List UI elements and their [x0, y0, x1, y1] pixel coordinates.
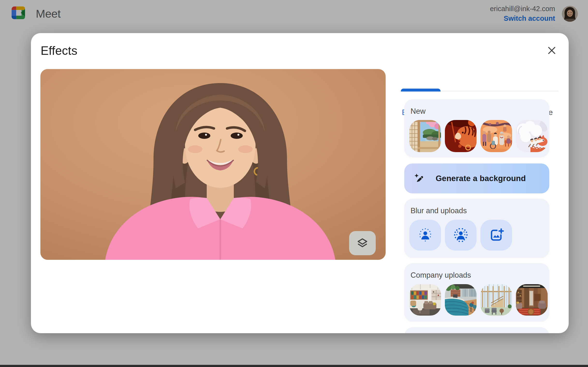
- active-tab-indicator: [401, 89, 441, 92]
- upload-background-button[interactable]: [480, 220, 512, 251]
- section-label-new: New: [411, 107, 425, 116]
- company-thumb-office-lounge[interactable]: [409, 284, 441, 316]
- dialog-title: Effects: [41, 44, 77, 58]
- background-thumb-japanese-garden[interactable]: [409, 120, 441, 152]
- full-blur-icon: [453, 228, 468, 243]
- background-thumb-dragon-boat[interactable]: [516, 120, 548, 152]
- slight-blur-icon: [418, 228, 433, 243]
- background-thumb-community[interactable]: [480, 120, 512, 152]
- company-thumb-wood-panel-room[interactable]: [516, 284, 548, 316]
- company-thumb-cafe-counter[interactable]: [445, 284, 476, 316]
- section-card-blur-uploads: Blur and uploads: [404, 199, 549, 258]
- slight-blur-button[interactable]: [409, 220, 441, 251]
- close-button[interactable]: [545, 43, 559, 58]
- meet-effects-page: Meet ericahill@ink-42.com Switch account…: [0, 0, 588, 367]
- company-thumb-loft-office-stairs[interactable]: [480, 284, 512, 316]
- section-label-company-uploads: Company uploads: [411, 271, 471, 280]
- layers-icon: [356, 237, 368, 249]
- add-image-icon: [489, 228, 504, 243]
- effects-dialog: Effects: [31, 33, 569, 333]
- section-card-company-uploads: Company uploads: [404, 263, 549, 322]
- generate-background-label: Generate a background: [436, 174, 526, 183]
- full-blur-button[interactable]: [445, 220, 476, 251]
- background-thumb-tiger[interactable]: [445, 120, 476, 152]
- self-view-video-preview: [40, 69, 386, 260]
- section-label-blur-uploads: Blur and uploads: [411, 206, 467, 215]
- section-card-new: New: [404, 99, 549, 157]
- generate-background-button[interactable]: Generate a background: [404, 163, 549, 193]
- section-card-partial: [404, 327, 549, 333]
- close-icon: [548, 46, 556, 55]
- background-effects-toggle-button[interactable]: [349, 231, 376, 255]
- woman-portrait: [40, 69, 386, 260]
- magic-pen-icon: [414, 173, 424, 184]
